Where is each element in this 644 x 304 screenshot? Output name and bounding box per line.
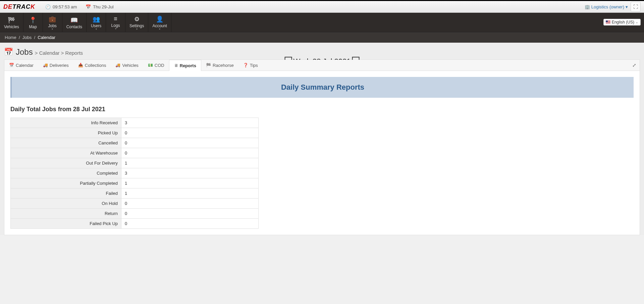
nav-item-label: Vehicles xyxy=(4,25,19,29)
briefcase-icon: 💼 xyxy=(49,15,56,23)
tachometer-icon: 🏁 xyxy=(8,16,15,24)
caret-down-icon: ▾ xyxy=(52,28,53,30)
report-body: Daily Summary Reports Daily Total Jobs f… xyxy=(4,71,640,235)
user-dropdown[interactable]: 🏢 Logistics (owner) ▾ xyxy=(585,4,628,9)
row-label: Partially Completed xyxy=(11,178,121,188)
row-label: Out For Delivery xyxy=(11,158,121,168)
expand-tab-button[interactable]: ⤢ xyxy=(629,60,640,71)
table-row: Partially Completed1 xyxy=(11,178,259,188)
money-icon: 💵 xyxy=(148,63,153,68)
caret-down-icon: ▾ xyxy=(626,4,628,9)
breadcrumb: Home / Jobs / Calendar xyxy=(0,32,644,43)
tab-tips[interactable]: ❓Tips xyxy=(238,60,263,71)
row-value: 0 xyxy=(121,199,259,209)
tab-label: Calendar xyxy=(16,63,34,68)
table-row: On Hold0 xyxy=(11,199,259,209)
tab-label: COD xyxy=(155,63,164,68)
date-label: Thu 29-Jul xyxy=(93,4,113,9)
nav-item-vehicles[interactable]: 🏁Vehicles xyxy=(0,13,23,32)
tab-label: Collections xyxy=(85,63,106,68)
cog-icon: ⚙ xyxy=(134,15,140,23)
fullscreen-button[interactable]: ⛶ xyxy=(631,2,641,12)
tab-label: Racehorse xyxy=(213,63,234,68)
flag-icon: 🏁 xyxy=(206,63,211,68)
top-bar: DETRACK 🕘 09:57:53 am 📅 Thu 29-Jul 🏢 Log… xyxy=(0,0,644,13)
breadcrumb-home[interactable]: Home xyxy=(5,35,16,40)
row-value: 0 xyxy=(121,209,259,219)
tab-calendar[interactable]: 📅Calendar xyxy=(4,60,38,71)
tab-label: Reports xyxy=(180,63,196,68)
tab-collections[interactable]: 📥Collections xyxy=(73,60,111,71)
caret-down-icon: ▾ xyxy=(136,28,138,30)
report-banner: Daily Summary Reports xyxy=(10,77,634,98)
tab-label: Vehicles xyxy=(122,63,138,68)
row-value: 0 xyxy=(121,148,259,158)
nav-item-account[interactable]: 👤Account▾ xyxy=(148,13,171,32)
tab-racehorse[interactable]: 🏁Racehorse xyxy=(201,60,238,71)
clock-icon: 🕘 xyxy=(45,4,51,9)
tab-vehicles[interactable]: 🚚Vehicles xyxy=(111,60,143,71)
breadcrumb-jobs[interactable]: Jobs xyxy=(22,35,32,40)
table-row: At Warehouse0 xyxy=(11,148,259,158)
table-row: Info Received3 xyxy=(11,118,259,128)
truck-icon: 🚚 xyxy=(43,63,48,68)
nav-item-map[interactable]: 📍Map xyxy=(23,13,43,32)
row-value: 0 xyxy=(121,138,259,148)
table-row: Out For Delivery1 xyxy=(11,158,259,168)
inbox-icon: 📥 xyxy=(78,63,83,68)
row-label: Info Received xyxy=(11,118,121,128)
tab-reports[interactable]: 🖥Reports xyxy=(169,60,201,71)
row-label: Cancelled xyxy=(11,138,121,148)
nav-item-jobs[interactable]: 💼Jobs▾ xyxy=(43,13,62,32)
row-value: 1 xyxy=(121,178,259,188)
report-table: Info Received3Picked Up0Cancelled0At War… xyxy=(10,118,259,229)
row-label: Failed Pick Up xyxy=(11,219,121,229)
nav-item-settings[interactable]: ⚙Settings▾ xyxy=(125,13,148,32)
users-icon: 👥 xyxy=(93,15,100,23)
us-flag-icon xyxy=(606,20,610,24)
page-title-main: Jobs xyxy=(16,47,33,57)
row-label: On Hold xyxy=(11,199,121,209)
calendar-icon: 📅 xyxy=(86,4,91,9)
nav-item-label: Map xyxy=(29,25,37,29)
table-row: Return0 xyxy=(11,209,259,219)
row-label: At Warehouse xyxy=(11,148,121,158)
language-label: English (US) xyxy=(612,20,634,25)
row-label: Picked Up xyxy=(11,128,121,138)
tab-deliveries[interactable]: 🚚Deliveries xyxy=(38,60,73,71)
caret-down-icon: ▾ xyxy=(159,28,160,30)
book-icon: 📖 xyxy=(70,16,78,24)
table-row: Failed1 xyxy=(11,188,259,199)
list-icon: ≡ xyxy=(114,15,117,23)
truck-icon: 🚚 xyxy=(115,63,120,68)
nav-item-contacts[interactable]: 📖Contacts xyxy=(62,13,87,32)
page-title: 📅 Jobs > Calendar > Reports xyxy=(4,47,640,57)
table-row: Cancelled0 xyxy=(11,138,259,148)
nav-item-users[interactable]: 👥Users▾ xyxy=(87,13,106,32)
row-value: 3 xyxy=(121,118,259,128)
user-icon: 👤 xyxy=(156,15,163,23)
caret-down-icon: ▾ xyxy=(115,28,116,30)
calendar-icon: 📅 xyxy=(4,48,13,56)
nav-item-logs[interactable]: ≡Logs▾ xyxy=(106,13,125,32)
row-label: Return xyxy=(11,209,121,219)
chevron-down-icon: ⌄ xyxy=(636,20,638,24)
row-value: 0 xyxy=(121,128,259,138)
nav-bar: 🏁Vehicles📍Map💼Jobs▾📖Contacts👥Users▾≡Logs… xyxy=(0,13,644,32)
calendar-icon: 📅 xyxy=(9,63,14,68)
page-title-sub: > Calendar > Reports xyxy=(35,50,83,56)
tab-container: 📅Calendar🚚Deliveries📥Collections🚚Vehicle… xyxy=(4,59,640,235)
caret-down-icon: ▾ xyxy=(96,28,97,30)
tab-label: Deliveries xyxy=(50,63,69,68)
table-row: Completed3 xyxy=(11,168,259,178)
expand-arrows-icon: ⤢ xyxy=(632,62,636,68)
user-label: Logistics (owner) xyxy=(591,4,624,9)
logo: DETRACK xyxy=(3,3,35,10)
row-value: 1 xyxy=(121,158,259,168)
row-value: 0 xyxy=(121,219,259,229)
report-banner-title: Daily Summary Reports xyxy=(18,83,628,92)
table-row: Failed Pick Up0 xyxy=(11,219,259,229)
tab-label: Tips xyxy=(250,63,258,68)
language-selector[interactable]: English (US) ⌄ xyxy=(603,19,641,26)
tab-cod[interactable]: 💵COD xyxy=(143,60,169,71)
